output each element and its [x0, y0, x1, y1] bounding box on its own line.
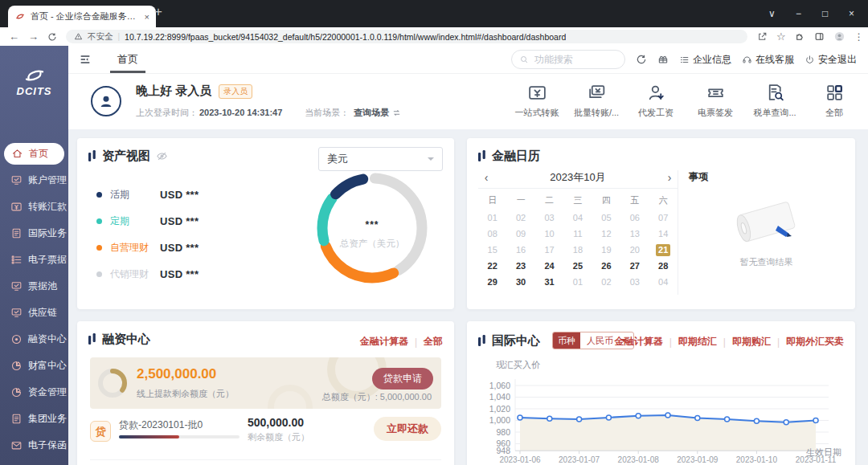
calendar-day[interactable]: 21	[649, 242, 678, 258]
calendar-day[interactable]: 03	[620, 274, 649, 290]
calendar-day[interactable]: 04	[563, 210, 592, 226]
calendar-day[interactable]: 29	[478, 274, 506, 290]
asset-legend: 活期 USD *** 定期 USD *** 自营理财 USD *** 代销理财 …	[96, 182, 199, 288]
gift-icon[interactable]	[657, 54, 669, 65]
new-tab-button[interactable]: +	[154, 4, 162, 20]
sidebar-item-bill-pool[interactable]: 票据池	[0, 273, 68, 300]
calendar-day[interactable]: 04	[649, 274, 678, 290]
function-search[interactable]	[511, 50, 625, 69]
intl-link-0[interactable]: 金融计算器	[615, 335, 663, 349]
calendar-day[interactable]: 02	[506, 210, 534, 226]
window-control-icon[interactable]: −	[785, 8, 812, 19]
browser-tab[interactable]: 首页 - 企业综合金融服务平台 ×	[8, 6, 156, 27]
profile-avatar-icon[interactable]	[833, 31, 845, 43]
topbar-action-online-service[interactable]: 在线客服	[742, 53, 794, 67]
calendar-day[interactable]: 24	[535, 258, 563, 274]
financing-center-card: 融资中心 金融计算器|全部 2,500,000.00 线上提款剩余额度（元） 贷…	[77, 321, 454, 465]
window-control-icon[interactable]: ×	[838, 8, 865, 19]
sidebar-item-wealth[interactable]: 财富中心	[0, 353, 68, 379]
calendar-row: 22232425262728	[478, 258, 678, 274]
calendar-day[interactable]: 20	[620, 242, 649, 258]
page-tab-home[interactable]: 首页	[110, 46, 145, 73]
calendar-day[interactable]: 10	[535, 226, 563, 242]
topbar-action-label: 企业信息	[693, 53, 731, 67]
browser-menu-icon[interactable]: ⋮	[854, 31, 864, 43]
calendar-day[interactable]: 18	[563, 242, 592, 258]
quick-action-eticket-issue[interactable]: 电票签发	[692, 83, 739, 119]
calendar-day[interactable]: 06	[620, 210, 649, 226]
sidebar-item-funds[interactable]: 资金管理	[0, 379, 68, 406]
calendar-day[interactable]: 13	[620, 226, 649, 242]
intl-link-3[interactable]: 即期外汇买卖	[786, 335, 844, 349]
topbar-action-enterprise-info[interactable]: 企业信息	[679, 53, 731, 67]
repay-now-button[interactable]: 立即还款	[374, 417, 441, 441]
tab-close-icon[interactable]: ×	[145, 12, 149, 22]
sidebar-item-home[interactable]: 首页	[4, 143, 64, 165]
quick-action-batch-transfer[interactable]: 批量转账/...	[573, 83, 620, 119]
calendar-day[interactable]: 27	[620, 258, 649, 274]
svg-text:1,020: 1,020	[489, 404, 510, 414]
extensions-icon[interactable]	[795, 31, 805, 42]
calendar-day[interactable]: 08	[478, 226, 506, 242]
calendar-day[interactable]: 28	[649, 258, 678, 274]
back-icon[interactable]: ←	[9, 31, 19, 42]
calendar-day[interactable]: 31	[535, 274, 563, 290]
search-input[interactable]	[533, 53, 617, 66]
calendar-day[interactable]: 01	[478, 210, 506, 226]
calendar-next-icon[interactable]: ›	[661, 171, 678, 184]
home-icon	[11, 148, 23, 160]
quick-action-tax-query[interactable]: 税单查询...	[751, 83, 798, 119]
calendar-day[interactable]: 16	[506, 242, 534, 258]
calendar-day[interactable]: 26	[592, 258, 620, 274]
intl-link-1[interactable]: 即期结汇	[678, 335, 717, 349]
address-bar[interactable]: 不安全 | 10.7.19.22:8999/fpaas_bucket/94154…	[66, 30, 747, 43]
calendar-day[interactable]: 23	[506, 258, 534, 274]
calendar-day[interactable]: 22	[478, 258, 506, 274]
calendar-day[interactable]: 02	[592, 274, 620, 290]
switch-scene-icon[interactable]	[392, 108, 401, 117]
financing-link-0[interactable]: 金融计算器	[360, 335, 408, 349]
headset-icon	[742, 55, 752, 65]
share-icon[interactable]	[757, 31, 768, 42]
loan-apply-button[interactable]: 贷款申请	[372, 368, 433, 390]
calendar-day[interactable]: 30	[506, 274, 534, 290]
sidebar-item-supply-chain[interactable]: 供应链	[0, 300, 68, 326]
refresh-icon[interactable]	[636, 54, 647, 65]
calendar-day[interactable]: 01	[563, 274, 592, 290]
title-bars-icon	[88, 150, 96, 162]
quick-action-salary[interactable]: 代发工资	[633, 83, 679, 119]
calendar-day[interactable]: 11	[563, 226, 592, 242]
calendar-day[interactable]: 14	[649, 226, 678, 242]
sidebar-item-accounts[interactable]: 账户管理	[0, 167, 68, 194]
window-control-icon[interactable]: □	[812, 8, 838, 19]
calendar-prev-icon[interactable]: ‹	[478, 171, 494, 184]
window-control-icon[interactable]: ∨	[759, 8, 785, 19]
sidebar-item-group-biz[interactable]: 集团业务	[0, 406, 68, 432]
calendar-day[interactable]: 25	[563, 258, 592, 274]
calendar-day[interactable]: 15	[478, 242, 506, 258]
sidebar-item-international[interactable]: 国际业务	[0, 220, 68, 247]
calendar-day[interactable]: 17	[535, 242, 563, 258]
sidebar-item-financing[interactable]: 融资中心	[0, 326, 68, 353]
empty-result-illustration	[719, 187, 815, 255]
calendar-day[interactable]: 19	[592, 242, 620, 258]
sidebar-item-transfer[interactable]: 转账汇款	[0, 194, 68, 220]
financing-link-1[interactable]: 全部	[424, 335, 443, 349]
calendar-day[interactable]: 05	[592, 210, 620, 226]
sidebar-item-e-bill[interactable]: 电子票据	[0, 247, 68, 273]
bookmark-star-icon[interactable]: ☆	[776, 31, 786, 43]
intl-link-2[interactable]: 即期购汇	[732, 335, 771, 349]
reload-icon[interactable]	[47, 32, 57, 42]
quick-action-one-stop-transfer[interactable]: 一站式转账	[514, 83, 560, 119]
calendar-day[interactable]: 07	[649, 210, 678, 226]
side-panel-icon[interactable]	[814, 31, 825, 42]
collapse-menu-icon[interactable]	[79, 53, 92, 66]
quick-action-all[interactable]: 全部	[811, 83, 858, 119]
eye-off-icon[interactable]	[156, 150, 168, 162]
calendar-day[interactable]: 12	[592, 226, 620, 242]
forward-icon[interactable]: →	[28, 31, 39, 42]
calendar-day[interactable]: 03	[535, 210, 563, 226]
topbar-action-secure-logout[interactable]: 安全退出	[805, 53, 857, 67]
sidebar-item-e-guarantee[interactable]: 电子保函	[0, 432, 68, 459]
calendar-day[interactable]: 09	[506, 226, 534, 242]
